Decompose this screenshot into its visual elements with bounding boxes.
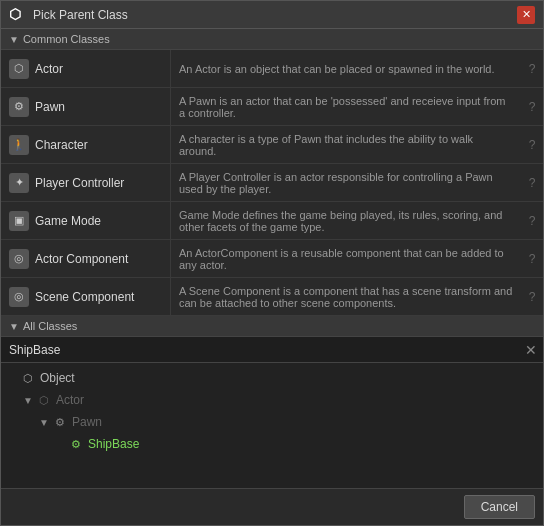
common-classes-label: Common Classes — [23, 33, 110, 45]
class-help-icon[interactable]: ? — [521, 50, 543, 87]
class-name: Player Controller — [35, 176, 124, 190]
class-description: An Actor is an object that can be placed… — [171, 50, 521, 87]
class-item[interactable]: 🚶 Character A character is a type of Paw… — [1, 126, 543, 164]
tree-arrow-icon: ▼ — [21, 395, 35, 406]
class-help-icon[interactable]: ? — [521, 126, 543, 163]
class-description: A Player Controller is an actor responsi… — [171, 164, 521, 201]
tree-arrow-icon: ▼ — [37, 417, 51, 428]
tree-node-icon: ⬡ — [19, 369, 37, 387]
tree-item[interactable]: ⚙ ShipBase — [1, 433, 543, 455]
class-item[interactable]: ⬡ Actor An Actor is an object that can b… — [1, 50, 543, 88]
class-name: Actor — [35, 62, 63, 76]
class-left: ▣ Game Mode — [1, 202, 171, 239]
class-name: Actor Component — [35, 252, 128, 266]
all-classes-label: All Classes — [23, 320, 77, 332]
class-name: Scene Component — [35, 290, 134, 304]
close-button[interactable]: ✕ — [517, 6, 535, 24]
class-icon: ⚙ — [9, 97, 29, 117]
common-classes-section: ▼ Common Classes ⬡ Actor An Actor is an … — [1, 29, 543, 316]
class-description: An ActorComponent is a reusable componen… — [171, 240, 521, 277]
tree-item[interactable]: ▼ ⚙ Pawn — [1, 411, 543, 433]
class-help-icon[interactable]: ? — [521, 164, 543, 201]
class-help-icon[interactable]: ? — [521, 240, 543, 277]
class-help-icon[interactable]: ? — [521, 202, 543, 239]
class-icon: ◎ — [9, 287, 29, 307]
search-bar: ✕ — [1, 337, 543, 363]
title-bar: ⬡ Pick Parent Class ✕ — [1, 1, 543, 29]
common-classes-header: ▼ Common Classes — [1, 29, 543, 50]
title-bar-left: ⬡ Pick Parent Class — [9, 6, 128, 24]
common-classes-arrow-icon: ▼ — [9, 34, 19, 45]
all-classes-arrow-icon: ▼ — [9, 321, 19, 332]
tree-node-icon: ⚙ — [51, 413, 69, 431]
class-item[interactable]: ◎ Scene Component A Scene Component is a… — [1, 278, 543, 316]
ue-logo-icon: ⬡ — [9, 6, 27, 24]
window-title: Pick Parent Class — [33, 8, 128, 22]
class-left: ◎ Scene Component — [1, 278, 171, 315]
all-classes-header: ▼ All Classes — [1, 316, 543, 337]
class-name: Pawn — [35, 100, 65, 114]
tree-item[interactable]: ▼ ⬡ Actor — [1, 389, 543, 411]
class-icon: 🚶 — [9, 135, 29, 155]
tree-node-label: Object — [40, 371, 75, 385]
class-description: A Scene Component is a component that ha… — [171, 278, 521, 315]
class-item[interactable]: ◎ Actor Component An ActorComponent is a… — [1, 240, 543, 278]
class-left: ⚙ Pawn — [1, 88, 171, 125]
class-list: ⬡ Actor An Actor is an object that can b… — [1, 50, 543, 316]
class-item[interactable]: ✦ Player Controller A Player Controller … — [1, 164, 543, 202]
class-icon: ✦ — [9, 173, 29, 193]
tree-node-icon: ⚙ — [67, 435, 85, 453]
class-icon: ◎ — [9, 249, 29, 269]
class-help-icon[interactable]: ? — [521, 278, 543, 315]
class-description: A Pawn is an actor that can be 'possesse… — [171, 88, 521, 125]
class-name: Game Mode — [35, 214, 101, 228]
class-help-icon[interactable]: ? — [521, 88, 543, 125]
class-item[interactable]: ▣ Game Mode Game Mode defines the game b… — [1, 202, 543, 240]
class-item[interactable]: ⚙ Pawn A Pawn is an actor that can be 'p… — [1, 88, 543, 126]
class-tree: ⬡ Object ▼ ⬡ Actor ▼ ⚙ Pawn ⚙ ShipBase — [1, 363, 543, 488]
class-icon: ▣ — [9, 211, 29, 231]
search-clear-icon[interactable]: ✕ — [523, 342, 539, 358]
class-name: Character — [35, 138, 88, 152]
all-classes-section: ▼ All Classes ✕ ⬡ Object ▼ ⬡ Actor ▼ ⚙ P… — [1, 316, 543, 488]
tree-item[interactable]: ⬡ Object — [1, 367, 543, 389]
class-description: A character is a type of Pawn that inclu… — [171, 126, 521, 163]
tree-node-label: Actor — [56, 393, 84, 407]
search-input[interactable] — [5, 341, 523, 359]
class-left: ⬡ Actor — [1, 50, 171, 87]
class-description: Game Mode defines the game being played,… — [171, 202, 521, 239]
class-left: 🚶 Character — [1, 126, 171, 163]
tree-node-label: ShipBase — [88, 437, 139, 451]
class-left: ◎ Actor Component — [1, 240, 171, 277]
pick-parent-class-window: ⬡ Pick Parent Class ✕ ▼ Common Classes ⬡… — [0, 0, 544, 526]
cancel-button[interactable]: Cancel — [464, 495, 535, 519]
class-left: ✦ Player Controller — [1, 164, 171, 201]
class-icon: ⬡ — [9, 59, 29, 79]
tree-node-icon: ⬡ — [35, 391, 53, 409]
footer: Cancel — [1, 488, 543, 525]
tree-node-label: Pawn — [72, 415, 102, 429]
